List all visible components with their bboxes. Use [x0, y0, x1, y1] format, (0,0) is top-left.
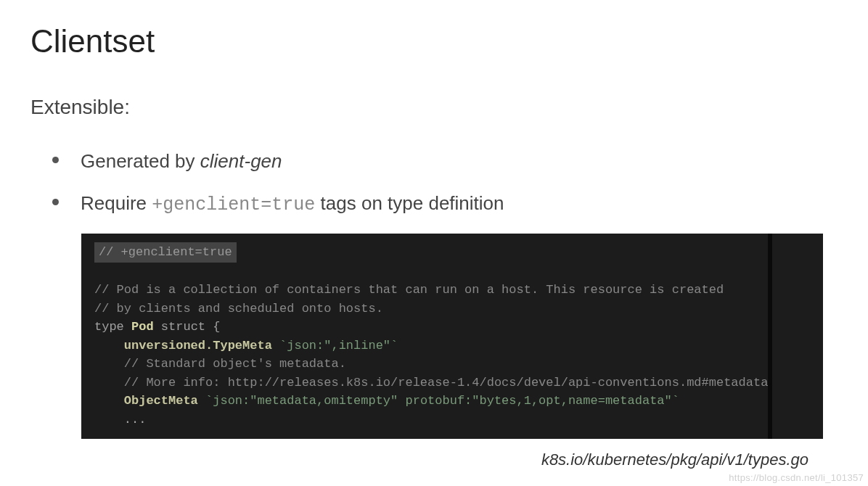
bullet-list: Generated by client-gen Require +genclie…: [30, 148, 838, 218]
bullet-text-2: Require +genclient=true tags on type def…: [81, 190, 504, 218]
code-comment-3: // Standard object's metadata.: [94, 357, 346, 371]
code-type-keyword: type: [94, 320, 131, 334]
bullet-2-suffix: tags on type definition: [315, 192, 504, 214]
bullet-item-1: Generated by client-gen: [52, 148, 838, 174]
code-field-1-tag: `json:",inline"`: [272, 339, 398, 353]
code-dots: ...: [94, 413, 146, 427]
bullet-item-2: Require +genclient=true tags on type def…: [52, 190, 838, 218]
bullet-1-prefix: Generated by: [81, 150, 200, 172]
code-highlight-line: // +genclient=true: [94, 242, 237, 263]
source-path-label: k8s.io/kubernetes/pkg/api/v1/types.go: [30, 450, 808, 469]
code-block: // +genclient=true // Pod is a collectio…: [81, 234, 823, 439]
code-comment-1: // Pod is a collection of containers tha…: [94, 283, 724, 297]
code-struct-keyword: struct {: [154, 320, 221, 334]
slide-subtitle: Extensible:: [30, 96, 838, 119]
bullet-dot-icon: [52, 199, 59, 205]
bullet-2-prefix: Require: [81, 192, 152, 214]
bullet-1-italic: client-gen: [200, 150, 282, 172]
code-field-2-tag: `json:"metadata,omitempty" protobuf:"byt…: [198, 394, 679, 408]
code-type-name: Pod: [131, 320, 154, 334]
code-field-1: unversioned.TypeMeta: [94, 339, 272, 353]
watermark-text: https://blog.csdn.net/li_101357: [729, 472, 864, 483]
code-comment-4: // More info: http://releases.k8s.io/rel…: [94, 376, 768, 390]
code-comment-2: // by clients and scheduled onto hosts.: [94, 302, 383, 316]
bullet-2-code: +genclient=true: [152, 194, 315, 215]
code-field-2: ObjectMeta: [94, 394, 198, 408]
code-vertical-divider: [768, 234, 772, 439]
bullet-text-1: Generated by client-gen: [81, 148, 282, 174]
slide-title: Clientset: [30, 23, 838, 59]
bullet-dot-icon: [52, 157, 59, 163]
